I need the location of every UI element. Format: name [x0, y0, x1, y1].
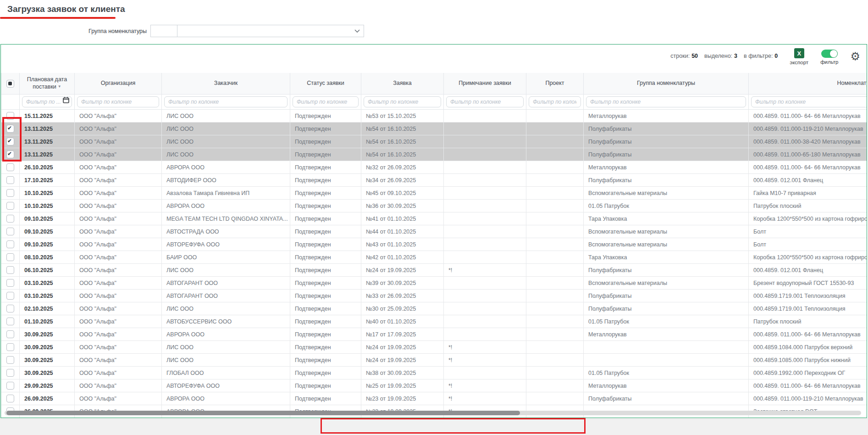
toggle-on-icon[interactable] — [821, 50, 838, 58]
row-checkbox[interactable] — [6, 138, 14, 145]
col-header-status[interactable]: Статус заявки — [290, 73, 361, 95]
col-header-org[interactable]: Организация — [75, 73, 162, 95]
row-checkbox-cell[interactable] — [1, 135, 20, 148]
export-button[interactable]: X экспорт — [790, 48, 808, 65]
select-all-checkbox[interactable] — [6, 80, 14, 88]
table-row[interactable]: 13.11.2025 ООО "Альфа" ЛИС ООО Подтвержд… — [1, 135, 868, 148]
table-row[interactable]: 09.10.2025 ООО "Альфа" MEGA TEAM TECH LT… — [1, 212, 868, 225]
table-row[interactable]: 17.10.2025 ООО "Альфа" АВТОДИФЕР ООО Под… — [1, 174, 868, 187]
table-row[interactable]: 29.09.2025 ООО "Альфа" АВТОРЕФУФА ООО По… — [1, 379, 868, 392]
table-row[interactable]: 30.09.2025 ООО "Альфа" АВРОРА ООО Подтве… — [1, 328, 868, 341]
row-checkbox[interactable] — [6, 189, 14, 197]
table-row[interactable]: 26.09.2025 ООО "Альфа" АВРОРА ООО Подтве… — [1, 392, 868, 405]
col-header-date[interactable]: Плановая дата поставки▼ — [20, 73, 75, 95]
cell-date: 13.11.2025 — [20, 148, 75, 161]
group-filter-input[interactable] — [586, 96, 746, 107]
row-checkbox[interactable] — [6, 228, 14, 235]
row-checkbox[interactable] — [6, 253, 14, 261]
row-checkbox[interactable] — [6, 382, 14, 390]
row-checkbox-cell[interactable] — [1, 302, 20, 315]
table-row[interactable]: 10.10.2025 ООО "Альфа" АВРОРА ООО Подтве… — [1, 200, 868, 212]
table-row[interactable]: 03.10.2025 ООО "Альфа" АВТОГАРАНТ ООО По… — [1, 290, 868, 302]
row-checkbox[interactable] — [6, 292, 14, 300]
row-checkbox[interactable] — [6, 125, 14, 133]
row-checkbox-cell[interactable] — [1, 238, 20, 251]
table-row[interactable]: 03.10.2025 ООО "Альфа" АВТОГАРАНТ ООО По… — [1, 277, 868, 290]
row-checkbox-cell[interactable] — [1, 367, 20, 379]
row-checkbox[interactable] — [6, 266, 14, 274]
table-row[interactable]: 09.10.2025 ООО "Альфа" АВТОРЕФУФА ООО По… — [1, 238, 868, 251]
row-checkbox-cell[interactable] — [1, 212, 20, 225]
row-checkbox[interactable] — [6, 279, 14, 287]
table-row[interactable]: 30.09.2025 ООО "Альфа" ГЛОБАЛ ООО Подтве… — [1, 367, 868, 379]
col-header-project[interactable]: Проект — [526, 73, 584, 95]
row-checkbox[interactable] — [6, 215, 14, 223]
table-row[interactable]: 09.10.2025 ООО "Альфа" АВТОСТРАДА ООО По… — [1, 225, 868, 238]
request-filter-input[interactable] — [364, 96, 441, 107]
row-checkbox[interactable] — [6, 318, 14, 325]
row-checkbox-cell[interactable] — [1, 110, 20, 123]
col-header-note[interactable]: Примечание заявки — [444, 73, 526, 95]
row-checkbox[interactable] — [6, 202, 14, 210]
group-select[interactable] — [177, 25, 364, 37]
row-checkbox-cell[interactable] — [1, 354, 20, 367]
table-row[interactable]: 10.10.2025 ООО "Альфа" Авзалова Тамара Г… — [1, 187, 868, 200]
status-filter-input[interactable] — [293, 96, 359, 107]
row-checkbox[interactable] — [6, 151, 14, 158]
row-checkbox[interactable] — [6, 112, 14, 120]
col-header-request[interactable]: Заявка — [361, 73, 444, 95]
row-checkbox-cell[interactable] — [1, 328, 20, 341]
table-row[interactable]: 02.10.2025 ООО "Альфа" ЛИС ООО Подтвержд… — [1, 302, 868, 315]
table-row[interactable]: 15.11.2025 ООО "Альфа" ЛИС ООО Подтвержд… — [1, 110, 868, 123]
row-checkbox-cell[interactable] — [1, 148, 20, 161]
table-row[interactable]: 13.11.2025 ООО "Альфа" ЛИС ООО Подтвержд… — [1, 123, 868, 135]
table-row[interactable]: 26.10.2025 ООО "Альфа" АВРОРА ООО Подтве… — [1, 161, 868, 174]
row-checkbox-cell[interactable] — [1, 187, 20, 200]
group-code-input[interactable] — [150, 25, 177, 37]
row-checkbox-cell[interactable] — [1, 161, 20, 174]
col-header-nomenclature[interactable]: Номенклатура — [749, 73, 868, 95]
row-checkbox[interactable] — [6, 330, 14, 338]
table-row[interactable]: 30.09.2025 ООО "Альфа" ЛИС ООО Подтвержд… — [1, 354, 868, 367]
row-checkbox-cell[interactable] — [1, 174, 20, 187]
row-checkbox-cell[interactable] — [1, 225, 20, 238]
note-filter-input[interactable] — [446, 96, 524, 107]
row-checkbox[interactable] — [6, 395, 14, 402]
col-header-group[interactable]: Группа номенклатуры — [584, 73, 749, 95]
table-row[interactable]: 30.09.2025 ООО "Альфа" ЛИС ООО Подтвержд… — [1, 341, 868, 354]
row-checkbox-cell[interactable] — [1, 277, 20, 290]
row-checkbox-cell[interactable] — [1, 341, 20, 354]
cell-customer: АВРОРА ООО — [162, 328, 290, 341]
row-checkbox-cell[interactable] — [1, 264, 20, 277]
table-row[interactable]: 13.11.2025 ООО "Альфа" ЛИС ООО Подтвержд… — [1, 148, 868, 161]
filter-toggle[interactable]: фильтр — [820, 48, 838, 65]
row-checkbox[interactable] — [6, 356, 14, 364]
nomenclature-filter-input[interactable] — [751, 96, 867, 107]
row-checkbox-cell[interactable] — [1, 251, 20, 264]
table-row[interactable]: 06.10.2025 ООО "Альфа" ЛИС ООО Подтвержд… — [1, 264, 868, 277]
row-checkbox[interactable] — [6, 305, 14, 312]
table-row[interactable]: 08.10.2025 ООО "Альфа" БАИР ООО Подтверж… — [1, 251, 868, 264]
project-filter-input[interactable] — [529, 96, 581, 107]
row-checkbox[interactable] — [6, 343, 14, 351]
excel-export-icon[interactable]: X — [794, 48, 804, 58]
row-checkbox-cell[interactable] — [1, 200, 20, 212]
horizontal-scrollbar-thumb[interactable] — [6, 411, 520, 415]
select-all-header[interactable] — [1, 73, 20, 95]
row-checkbox-cell[interactable] — [1, 379, 20, 392]
customer-filter-input[interactable] — [164, 96, 287, 107]
row-checkbox-cell[interactable] — [1, 315, 20, 328]
row-checkbox-cell[interactable] — [1, 392, 20, 405]
calendar-icon[interactable] — [63, 97, 69, 103]
col-header-customer[interactable]: Заказчик — [162, 73, 290, 95]
row-checkbox[interactable] — [6, 163, 14, 171]
table-row[interactable]: 01.10.2025 ООО "Альфа" АВТОБУССЕРВИС ООО… — [1, 315, 868, 328]
row-checkbox-cell[interactable] — [1, 290, 20, 302]
org-filter-input[interactable] — [77, 96, 159, 107]
gear-icon[interactable]: ⚙ — [850, 51, 860, 62]
row-checkbox[interactable] — [6, 176, 14, 184]
horizontal-scrollbar[interactable] — [5, 411, 861, 415]
row-checkbox-cell[interactable] — [1, 123, 20, 135]
row-checkbox[interactable] — [6, 240, 14, 248]
row-checkbox[interactable] — [6, 369, 14, 377]
